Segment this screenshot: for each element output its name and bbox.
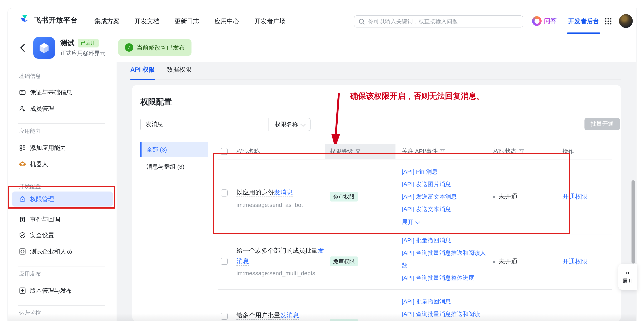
back-icon[interactable]	[19, 43, 27, 52]
table-header-top-line	[218, 144, 612, 144]
permission-search-group: 权限名称	[140, 118, 310, 131]
annotation-rect-sidebar	[8, 186, 115, 208]
sidebar-item-label: 凭证与基础信息	[30, 88, 72, 96]
sidebar-item-label: 版本管理与发布	[30, 287, 72, 294]
sidebar-item-events[interactable]: 事件与回调	[12, 212, 113, 227]
row-checkbox[interactable]	[221, 258, 228, 265]
sidebar-section-capability: 应用能力	[19, 128, 41, 135]
bulk-enable-button[interactable]: 批量开通	[584, 118, 620, 130]
annotation-arrow	[326, 91, 351, 152]
user-avatar[interactable]	[619, 14, 633, 28]
category-message-group[interactable]: 消息与群组 (3)	[140, 160, 208, 174]
api-link[interactable]: [API] 批量撤回消息	[402, 234, 490, 246]
nav-links: 集成方案 开发文档 更新日志 应用中心 开发者广场	[94, 8, 286, 34]
page: 飞书开放平台 集成方案 开发文档 更新日志 应用中心 开发者广场 问答 开发者后…	[0, 0, 644, 321]
api-link[interactable]: [API] 查询批量消息推送和阅读人数	[402, 246, 490, 272]
annotation-rect-row	[213, 153, 570, 234]
code-icon	[19, 248, 26, 255]
shield-check-icon	[19, 232, 26, 238]
sidebar-item-credentials[interactable]: 凭证与基础信息	[12, 85, 113, 100]
publish-status-pill: ✓ 当前修改均已发布	[118, 39, 192, 56]
permission-name[interactable]: 给一个或多个部门的成员批量发消息	[236, 245, 327, 266]
qa-label: 问答	[544, 17, 556, 25]
sidebar-item-label: 添加应用能力	[30, 144, 66, 152]
publish-status-text: 当前修改均已发布	[136, 44, 185, 52]
divider	[18, 178, 105, 179]
enable-permission-link[interactable]: 开通权限	[562, 258, 588, 266]
brand[interactable]: 飞书开放平台	[19, 14, 78, 26]
sidebar-item-test-org[interactable]: 测试企业和人员	[12, 244, 113, 259]
developer-console-link[interactable]: 开发者后台	[567, 18, 600, 26]
sidebar-item-label: 机器人	[30, 160, 48, 168]
global-search-input[interactable]	[368, 18, 519, 24]
qa-entry[interactable]: 问答	[532, 16, 556, 26]
status-text: 未开通	[499, 258, 518, 266]
sidebar-item-bot[interactable]: 机器人	[12, 156, 113, 172]
sidebar-item-members[interactable]: 成员管理	[12, 101, 113, 116]
chevron-down-icon	[300, 121, 306, 126]
sidebar-item-label: 成员管理	[30, 105, 54, 112]
top-navbar: 飞书开放平台 集成方案 开发文档 更新日志 应用中心 开发者广场 问答 开发者后…	[8, 8, 636, 34]
permission-name[interactable]: 给多个用户批量发消息	[236, 310, 299, 320]
sidebar-item-add-capability[interactable]: 添加应用能力	[12, 140, 113, 155]
active-tab-underline	[130, 79, 155, 80]
tab-data-permission[interactable]: 数据权限	[166, 66, 192, 74]
tabs: API 权限 数据权限	[130, 66, 192, 74]
panel-title: 权限配置	[140, 96, 172, 108]
status-dot	[493, 261, 496, 263]
sidebar-item-security[interactable]: 安全设置	[12, 228, 113, 243]
global-search-box[interactable]	[354, 16, 523, 28]
sidebar-section-basic: 基础信息	[19, 72, 41, 80]
level-badge: 免审权限	[330, 256, 358, 266]
app-header: 测试 已启用 正式应用@环界云 ✓ 当前修改均已发布	[8, 34, 636, 62]
search-filter-dropdown[interactable]: 权限名称	[268, 118, 310, 131]
publish-icon	[19, 287, 26, 294]
nav-link-devplaza[interactable]: 开发者广场	[254, 17, 286, 25]
nav-link-appcenter[interactable]: 应用中心	[214, 17, 239, 25]
app-window: 飞书开放平台 集成方案 开发文档 更新日志 应用中心 开发者广场 问答 开发者后…	[8, 8, 636, 321]
scrollbar-thumb[interactable]	[632, 180, 635, 264]
api-link[interactable]: [API] 查询批量消息整体进度	[402, 272, 490, 284]
row-divider	[218, 289, 612, 290]
permission-code: im:message:send_multi_depts	[236, 270, 327, 276]
level-badge: 免审权限	[330, 319, 358, 321]
enabled-badge: 已启用	[78, 39, 99, 48]
sidebar-item-version-release[interactable]: 版本管理与发布	[12, 283, 113, 298]
search-filter-label: 权限名称	[275, 121, 298, 128]
expand-panel-label: 展开	[622, 278, 633, 285]
permission-config-card: 权限配置 确保该权限开启，否则无法回复消息。 权限名称 批量开通 全部 (3) …	[132, 85, 621, 321]
sidebar-item-label: 测试企业和人员	[30, 248, 72, 256]
api-link[interactable]: [API] 查询批量消息推送和阅读	[402, 308, 490, 320]
divider	[18, 266, 105, 266]
expand-panel-button[interactable]: « 展开	[618, 264, 637, 290]
feishu-logo-icon	[19, 14, 30, 26]
permission-search-input[interactable]	[141, 118, 268, 131]
nav-link-integration[interactable]: 集成方案	[94, 17, 120, 25]
row-checkbox[interactable]	[221, 313, 228, 320]
nav-link-docs[interactable]: 开发文档	[134, 17, 160, 25]
app-grid-icon[interactable]	[604, 18, 612, 25]
cube-icon	[38, 42, 50, 54]
divider	[18, 123, 105, 124]
sidebar-section-monitor: 运营监控	[19, 309, 41, 317]
sidebar-item-label: 安全设置	[30, 231, 54, 239]
search-icon	[358, 18, 365, 25]
event-callback-icon	[19, 216, 26, 223]
api-link[interactable]: [API] 批量撤回消息	[402, 295, 490, 308]
app-name: 测试	[60, 38, 74, 48]
add-capability-icon	[19, 144, 26, 151]
member-add-icon	[19, 105, 26, 112]
sidebar-item-label: 事件与回调	[30, 216, 60, 223]
tab-api-permission[interactable]: API 权限	[130, 66, 155, 74]
qa-ring-icon	[532, 16, 542, 26]
id-card-icon	[19, 89, 26, 96]
brand-name: 飞书开放平台	[34, 16, 78, 25]
double-chevron-left-icon: «	[626, 269, 630, 276]
app-icon	[33, 37, 55, 59]
tab-hairline	[130, 80, 621, 80]
sidebar-section-release: 应用发布	[19, 270, 41, 278]
active-nav-underline	[567, 32, 600, 34]
nav-link-changelog[interactable]: 更新日志	[174, 17, 200, 25]
category-all[interactable]: 全部 (3)	[140, 142, 208, 158]
robot-icon	[19, 161, 26, 167]
